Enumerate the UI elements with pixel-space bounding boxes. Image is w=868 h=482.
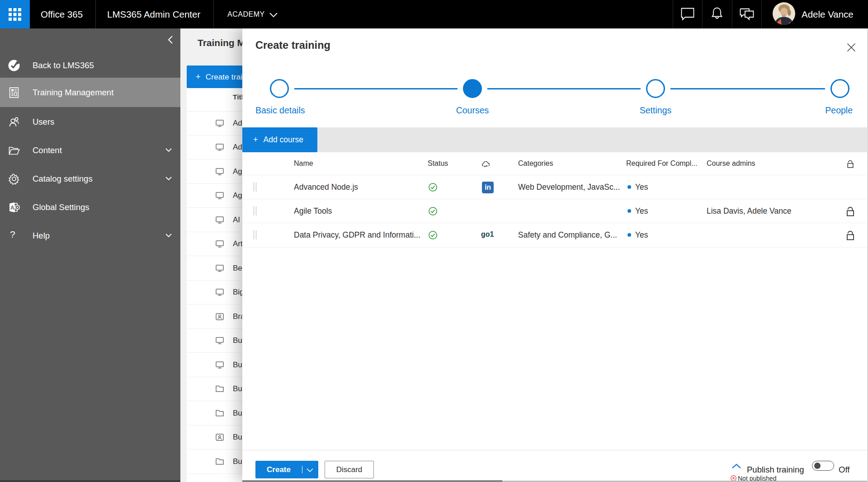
svg-text:A: A bbox=[10, 205, 14, 211]
